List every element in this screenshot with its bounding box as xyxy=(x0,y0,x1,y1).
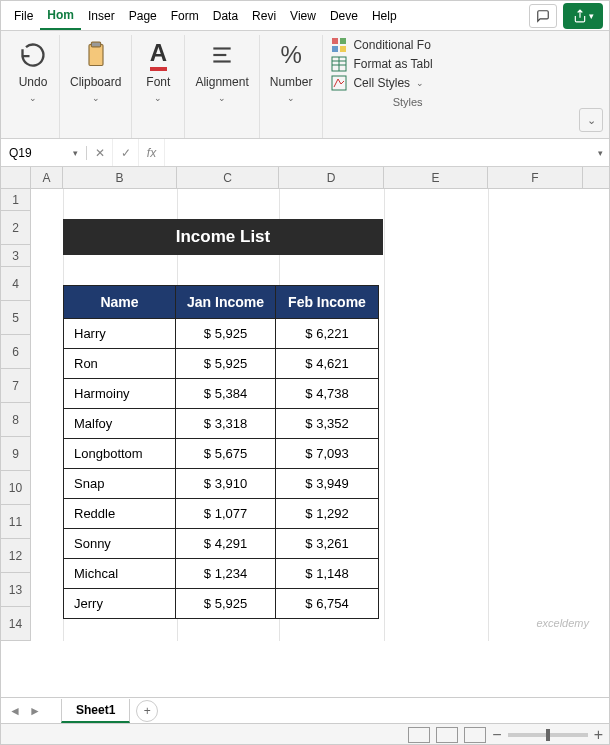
watermark: exceldemy xyxy=(536,617,589,629)
svg-rect-13 xyxy=(332,76,346,90)
cell-jan: $ 5,925 xyxy=(176,319,276,349)
font-button[interactable]: A Font ⌄ xyxy=(142,39,174,103)
formula-bar: Q19 ▾ ✕ ✓ fx ▾ xyxy=(1,139,609,167)
name-box[interactable]: Q19 ▾ xyxy=(1,146,87,160)
sheet-tab-active[interactable]: Sheet1 xyxy=(61,699,130,723)
tab-form[interactable]: Form xyxy=(164,3,206,29)
row-header[interactable]: 13 xyxy=(1,573,30,607)
column-headers: A B C D E F xyxy=(1,167,609,189)
col-header[interactable]: B xyxy=(63,167,177,188)
row-header[interactable]: 11 xyxy=(1,505,30,539)
svg-rect-0 xyxy=(89,45,103,66)
svg-rect-1 xyxy=(91,42,100,47)
tab-help[interactable]: Help xyxy=(365,3,404,29)
cell-jan: $ 1,234 xyxy=(176,559,276,589)
tab-data[interactable]: Data xyxy=(206,3,245,29)
cell-name: Harry xyxy=(64,319,176,349)
zoom-slider[interactable] xyxy=(508,733,588,737)
table-row[interactable]: Snap$ 3,910$ 3,949 xyxy=(64,469,379,499)
cell-name: Reddle xyxy=(64,499,176,529)
row-header[interactable]: 1 xyxy=(1,189,30,211)
conditional-icon xyxy=(331,37,347,53)
row-header[interactable]: 14 xyxy=(1,607,30,641)
tab-developer[interactable]: Deve xyxy=(323,3,365,29)
table-row[interactable]: Harry$ 5,925$ 6,221 xyxy=(64,319,379,349)
tab-home[interactable]: Hom xyxy=(40,2,81,30)
name-box-value: Q19 xyxy=(9,146,32,160)
chevron-down-icon: ▾ xyxy=(73,148,78,158)
cell-name: Sonny xyxy=(64,529,176,559)
chevron-down-icon: ▾ xyxy=(589,11,594,21)
tab-view[interactable]: View xyxy=(283,3,323,29)
cancel-button[interactable]: ✕ xyxy=(87,139,113,166)
col-header[interactable]: A xyxy=(31,167,63,188)
format-table-button[interactable]: Format as Tabl xyxy=(331,56,432,72)
cell-jan: $ 5,384 xyxy=(176,379,276,409)
check-icon: ✓ xyxy=(121,146,131,160)
table-row[interactable]: Michcal$ 1,234$ 1,148 xyxy=(64,559,379,589)
alignment-button[interactable]: Alignment ⌄ xyxy=(195,39,248,103)
table-row[interactable]: Harmoiny$ 5,384$ 4,738 xyxy=(64,379,379,409)
paste-button[interactable]: Clipboard ⌄ xyxy=(70,39,121,103)
chevron-down-icon: ⌄ xyxy=(154,93,162,103)
col-header[interactable]: E xyxy=(384,167,488,188)
view-normal-button[interactable] xyxy=(408,727,430,743)
tab-page[interactable]: Page xyxy=(122,3,164,29)
col-header[interactable]: C xyxy=(177,167,279,188)
zoom-out-button[interactable]: − xyxy=(492,726,501,744)
ribbon-collapse-button[interactable]: ⌄ xyxy=(579,108,603,132)
font-label: Font xyxy=(146,75,170,89)
conditional-format-button[interactable]: Conditional Fo xyxy=(331,37,432,53)
sheet-nav[interactable]: ◄ ► xyxy=(9,704,41,718)
number-button[interactable]: % Number ⌄ xyxy=(270,39,313,103)
undo-label: Undo xyxy=(19,75,48,89)
tab-review[interactable]: Revi xyxy=(245,3,283,29)
cell-name: Harmoiny xyxy=(64,379,176,409)
table-row[interactable]: Jerry$ 5,925$ 6,754 xyxy=(64,589,379,619)
row-header[interactable]: 5 xyxy=(1,301,30,335)
view-break-button[interactable] xyxy=(464,727,486,743)
row-header[interactable]: 2 xyxy=(1,211,30,245)
view-page-button[interactable] xyxy=(436,727,458,743)
table-row[interactable]: Ron$ 5,925$ 4,621 xyxy=(64,349,379,379)
comments-button[interactable] xyxy=(529,4,557,28)
row-header[interactable]: 8 xyxy=(1,403,30,437)
alignment-icon xyxy=(209,42,235,68)
plus-icon: + xyxy=(144,704,151,718)
group-styles: Conditional Fo Format as Tabl Cell Style… xyxy=(323,35,438,138)
zoom-in-button[interactable]: + xyxy=(594,726,603,744)
row-header[interactable]: 4 xyxy=(1,267,30,301)
cell-jan: $ 3,318 xyxy=(176,409,276,439)
share-button[interactable]: ▾ xyxy=(563,3,603,29)
undo-button[interactable]: Undo ⌄ xyxy=(17,39,49,103)
row-headers: 1 2 3 4 5 6 7 8 9 10 11 12 13 14 xyxy=(1,189,31,641)
chevron-down-icon: ⌄ xyxy=(416,78,424,88)
cell-area[interactable]: Income List Name Jan Income Feb Income H… xyxy=(31,189,609,641)
row-header[interactable]: 10 xyxy=(1,471,30,505)
table-row[interactable]: Sonny$ 4,291$ 3,261 xyxy=(64,529,379,559)
col-header[interactable]: D xyxy=(279,167,384,188)
income-table: Name Jan Income Feb Income Harry$ 5,925$… xyxy=(63,285,379,619)
tab-file[interactable]: File xyxy=(7,3,40,29)
fx-button[interactable]: fx xyxy=(139,139,165,166)
formula-input[interactable]: ▾ xyxy=(165,148,609,158)
spreadsheet-grid: A B C D E F 1 2 3 4 5 6 7 8 9 10 11 12 1… xyxy=(1,167,609,697)
cell-feb: $ 4,621 xyxy=(276,349,379,379)
cell-styles-button[interactable]: Cell Styles ⌄ xyxy=(331,75,432,91)
select-all-corner[interactable] xyxy=(1,167,31,188)
enter-button[interactable]: ✓ xyxy=(113,139,139,166)
table-icon xyxy=(331,56,347,72)
row-header[interactable]: 6 xyxy=(1,335,30,369)
table-row[interactable]: Reddle$ 1,077$ 1,292 xyxy=(64,499,379,529)
col-header[interactable]: F xyxy=(488,167,583,188)
close-icon: ✕ xyxy=(95,146,105,160)
row-header[interactable]: 3 xyxy=(1,245,30,267)
add-sheet-button[interactable]: + xyxy=(136,700,158,722)
row-header[interactable]: 7 xyxy=(1,369,30,403)
row-header[interactable]: 9 xyxy=(1,437,30,471)
table-row[interactable]: Malfoy$ 3,318$ 3,352 xyxy=(64,409,379,439)
percent-icon: % xyxy=(280,41,301,69)
tab-insert[interactable]: Inser xyxy=(81,3,122,29)
row-header[interactable]: 12 xyxy=(1,539,30,573)
table-row[interactable]: Longbottom$ 5,675$ 7,093 xyxy=(64,439,379,469)
